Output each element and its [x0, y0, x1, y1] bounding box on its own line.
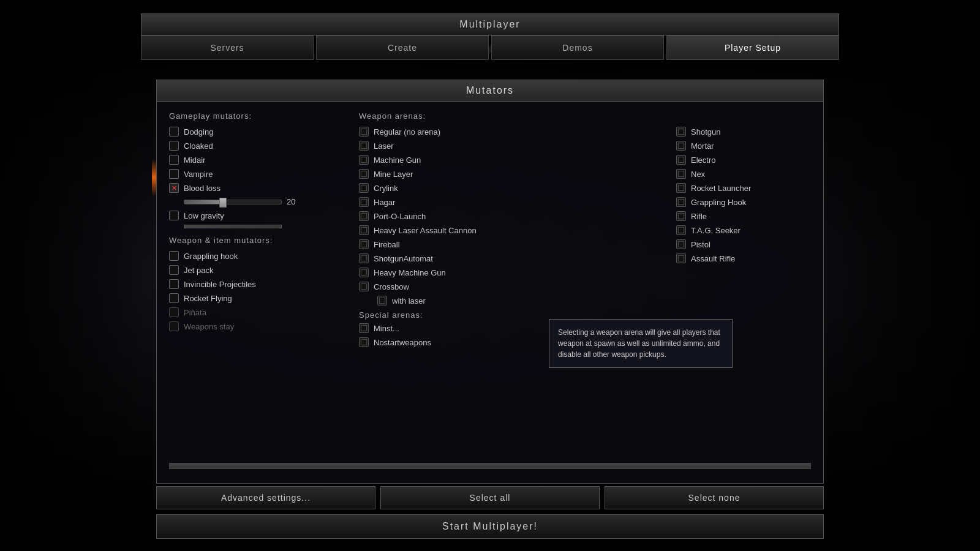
label-assault-rifle: Assault Rifle [691, 254, 735, 263]
cb-with-laser[interactable] [377, 296, 387, 305]
label-electro: Electro [691, 156, 715, 165]
label-heavy-machine-gun: Heavy Machine Gun [374, 268, 446, 277]
arena-mortar[interactable]: Mortar [676, 141, 811, 151]
label-vampire: Vampire [184, 170, 213, 179]
cb-tag-seeker[interactable] [676, 225, 686, 235]
cb-arena-grappling-hook[interactable] [676, 197, 686, 207]
cb-machine-gun[interactable] [359, 155, 369, 165]
cb-rocket-flying[interactable] [169, 293, 179, 303]
arena-pistol[interactable]: Pistol [676, 239, 811, 249]
arena-hlac[interactable]: Heavy Laser Assault Cannon [359, 225, 676, 235]
cb-vampire[interactable] [169, 169, 179, 179]
title-bar: Multiplayer [141, 13, 839, 36]
arena-grappling-hook[interactable]: Grappling Hook [676, 197, 811, 207]
cb-hlac[interactable] [359, 225, 369, 235]
cb-blood-loss[interactable] [169, 183, 179, 193]
label-regular: Regular (no arena) [374, 127, 440, 137]
slider-thumb[interactable] [219, 198, 227, 208]
cb-rifle[interactable] [676, 211, 686, 221]
cb-shotgun[interactable] [676, 127, 686, 137]
mutator-grappling-hook[interactable]: Grappling hook [169, 251, 359, 261]
cb-crylink[interactable] [359, 183, 369, 193]
start-multiplayer-button[interactable]: Start Multiplayer! [156, 514, 824, 539]
cb-regular[interactable] [359, 127, 369, 137]
mutator-dodging[interactable]: Dodging [169, 127, 359, 137]
arena-tag-seeker[interactable]: T.A.G. Seeker [676, 225, 811, 235]
arena-rifle[interactable]: Rifle [676, 211, 811, 221]
label-cloaked: Cloaked [184, 141, 213, 151]
cb-cloaked[interactable] [169, 141, 179, 151]
tab-create[interactable]: Create [316, 36, 489, 60]
arena-electro[interactable]: Electro [676, 155, 811, 165]
cb-special-1[interactable] [359, 323, 369, 333]
mutator-cloaked[interactable]: Cloaked [169, 141, 359, 151]
select-none-button[interactable]: Select none [605, 486, 824, 509]
cb-rocket-launcher[interactable] [676, 183, 686, 193]
blood-loss-slider-track[interactable] [184, 200, 282, 204]
blood-loss-slider-row[interactable]: 20 [184, 197, 359, 206]
dialog-title: Mutators [157, 80, 823, 102]
cb-low-gravity[interactable] [169, 211, 179, 220]
cb-pinata[interactable] [169, 307, 179, 317]
label-invincible-projectiles: Invincible Projectiles [184, 280, 256, 289]
label-crossbow: Crossbow [374, 282, 409, 291]
mutator-vampire[interactable]: Vampire [169, 169, 359, 179]
mutator-rocket-flying[interactable]: Rocket Flying [169, 293, 359, 303]
cb-grappling-hook[interactable] [169, 251, 179, 261]
arena-hagar[interactable]: Hagar [359, 197, 676, 207]
arena-rocket-launcher[interactable]: Rocket Launcher [676, 183, 811, 193]
scroll-bar[interactable] [169, 463, 811, 469]
cb-assault-rifle[interactable] [676, 253, 686, 263]
cb-electro[interactable] [676, 155, 686, 165]
cb-midair[interactable] [169, 155, 179, 165]
arena-nex[interactable]: Nex [676, 169, 811, 179]
label-low-gravity: Low gravity [184, 211, 224, 220]
arena-mine-layer[interactable]: Mine Layer [359, 169, 676, 179]
arena-crylink[interactable]: Crylink [359, 183, 676, 193]
cb-nostartweapons[interactable] [359, 337, 369, 347]
tab-player-setup[interactable]: Player Setup [666, 36, 839, 60]
weapon-arenas-label: Weapon arenas: [359, 111, 676, 121]
arena-crossbow[interactable]: Crossbow [359, 282, 676, 291]
select-all-button[interactable]: Select all [380, 486, 600, 509]
mutator-pinata[interactable]: Piñata [169, 307, 359, 317]
arena-machine-gun[interactable]: Machine Gun [359, 155, 676, 165]
cb-invincible-projectiles[interactable] [169, 279, 179, 289]
cb-heavy-machine-gun[interactable] [359, 268, 369, 277]
arena-assault-rifle[interactable]: Assault Rifle [676, 253, 811, 263]
cb-port-o-launch[interactable] [359, 211, 369, 221]
mutator-blood-loss[interactable]: Blood loss [169, 183, 359, 193]
cb-pistol[interactable] [676, 239, 686, 249]
cb-jet-pack[interactable] [169, 265, 179, 275]
arena-port-o-launch[interactable]: Port-O-Launch [359, 211, 676, 221]
tab-demos[interactable]: Demos [491, 36, 664, 60]
label-mine-layer: Mine Layer [374, 170, 413, 179]
arena-regular[interactable]: Regular (no arena) [359, 127, 676, 137]
cb-laser[interactable] [359, 141, 369, 151]
arena-laser[interactable]: Laser [359, 141, 676, 151]
mutator-jet-pack[interactable]: Jet pack [169, 265, 359, 275]
gameplay-column: Gameplay mutators: Dodging Cloaked Midai… [169, 111, 359, 460]
cb-fireball[interactable] [359, 239, 369, 249]
cb-dodging[interactable] [169, 127, 179, 137]
mutator-midair[interactable]: Midair [169, 155, 359, 165]
arena-heavy-machine-gun[interactable]: Heavy Machine Gun [359, 268, 676, 277]
cb-mortar[interactable] [676, 141, 686, 151]
scroll-bar-inner [170, 463, 810, 468]
arena-with-laser[interactable]: with laser [377, 296, 676, 305]
cb-shotgun-automat[interactable] [359, 253, 369, 263]
cb-nex[interactable] [676, 169, 686, 179]
cb-mine-layer[interactable] [359, 169, 369, 179]
cb-crossbow[interactable] [359, 282, 369, 291]
mutator-weapons-stay[interactable]: Weapons stay [169, 321, 359, 331]
label-hagar: Hagar [374, 198, 395, 207]
advanced-settings-button[interactable]: Advanced settings... [156, 486, 375, 509]
cb-weapons-stay[interactable] [169, 321, 179, 331]
mutator-invincible-projectiles[interactable]: Invincible Projectiles [169, 279, 359, 289]
arena-fireball[interactable]: Fireball [359, 239, 676, 249]
tab-servers[interactable]: Servers [141, 36, 314, 60]
arena-shotgun-automat[interactable]: ShotgunAutomat [359, 253, 676, 263]
arena-shotgun[interactable]: Shotgun [676, 127, 811, 137]
cb-hagar[interactable] [359, 197, 369, 207]
mutator-low-gravity[interactable]: Low gravity [169, 211, 359, 220]
